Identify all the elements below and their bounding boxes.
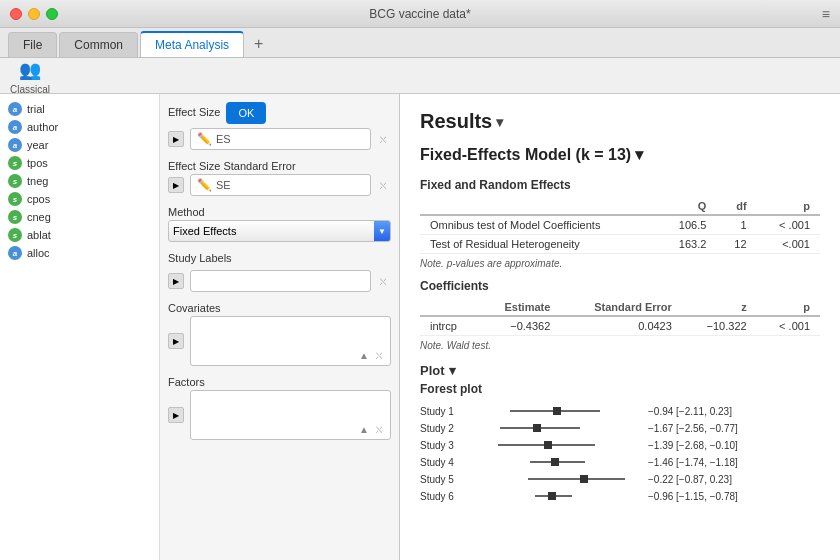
effect-size-se-field[interactable]: ✏️ SE (190, 174, 371, 196)
config-panel: Effect Size OK ▶ ✏️ ES ⛌ Effect Size St (160, 94, 399, 560)
method-value: Fixed Effects (173, 225, 236, 237)
tabbar: File Common Meta Analysis + (0, 28, 840, 58)
var-ablat-icon: s (8, 228, 22, 242)
effect-size-field[interactable]: ✏️ ES (190, 128, 371, 150)
tab-add[interactable]: + (246, 31, 271, 57)
pencil-se-icon: ✏️ (197, 178, 212, 192)
clear-se-icon[interactable]: ⛌ (377, 178, 391, 192)
forest-row-2: Study 2 −1.67 [−2.56, −0.77] (420, 421, 820, 435)
table2-col4: p (757, 299, 820, 316)
pencil-icon: ✏️ (197, 132, 212, 146)
var-cpos-label: cpos (27, 193, 50, 205)
covariates-field-row: ▶ ▲ ⛌ (168, 316, 391, 366)
method-select[interactable]: Fixed Effects ▼ (168, 220, 391, 242)
row1-label: Omnibus test of Model Coefficients (420, 215, 657, 235)
plot-arrow[interactable]: ▾ (449, 363, 456, 378)
effect-size-se-arrow[interactable]: ▶ (168, 177, 184, 193)
covariates-box[interactable]: ▲ ⛌ (190, 316, 391, 366)
table1-col2: df (716, 198, 756, 215)
var-year[interactable]: a year (0, 136, 159, 154)
tab-meta-analysis[interactable]: Meta Analysis (140, 31, 244, 57)
var-tpos-label: tpos (27, 157, 48, 169)
effect-size-se-label: Effect Size Standard Error (168, 160, 391, 172)
coefficients-table: Estimate Standard Error z p intrcp −0.43… (420, 299, 820, 336)
row2-p: <.001 (757, 235, 820, 254)
covariates-icons: ▲ ⛌ (357, 348, 387, 362)
cov-icon-1[interactable]: ▲ (357, 348, 371, 362)
effect-size-field-row: ▶ ✏️ ES ⛌ (168, 128, 391, 150)
model-title-text: Fixed-Effects Model (k = 13) (420, 146, 631, 164)
classical-icon: 👥 (14, 56, 46, 84)
var-author-label: author (27, 121, 58, 133)
table2-col0 (420, 299, 478, 316)
var-trial-icon: a (8, 102, 22, 116)
study-labels-label: Study Labels (168, 252, 232, 264)
titlebar: BCG vaccine data* ≡ (0, 0, 840, 28)
var-tneg[interactable]: s tneg (0, 172, 159, 190)
tab-common[interactable]: Common (59, 32, 138, 57)
svg-rect-3 (533, 424, 541, 432)
clear-es-icon[interactable]: ⛌ (377, 132, 391, 146)
forest-line-area-2 (480, 421, 640, 435)
ok-button[interactable]: OK (226, 102, 266, 124)
effect-size-arrow[interactable]: ▶ (168, 131, 184, 147)
table2-col3: z (682, 299, 757, 316)
clear-sl-icon[interactable]: ⛌ (377, 274, 391, 288)
plot-title: Plot ▾ (420, 363, 820, 378)
close-button[interactable] (10, 8, 22, 20)
forest-plot: Study 1 −0.94 [−2.11, 0.23] Study 2 (420, 404, 820, 503)
effect-size-value: ES (216, 133, 231, 145)
coef-p: < .001 (757, 316, 820, 336)
row2-label: Test of Residual Heterogeneity (420, 235, 657, 254)
var-cpos[interactable]: s cpos (0, 190, 159, 208)
coef-z: −10.322 (682, 316, 757, 336)
var-cpos-icon: s (8, 192, 22, 206)
table2-col1: Estimate (478, 299, 560, 316)
toolbar-classical[interactable]: 👥 Classical (10, 56, 50, 95)
fac-icon-1[interactable]: ▲ (357, 422, 371, 436)
factors-arrow[interactable]: ▶ (168, 407, 184, 423)
study-labels-field[interactable] (190, 270, 371, 292)
var-tneg-icon: s (8, 174, 22, 188)
var-author-icon: a (8, 120, 22, 134)
var-author[interactable]: a author (0, 118, 159, 136)
study-labels-section: Study Labels ▶ ⛌ (168, 252, 391, 296)
svg-rect-1 (553, 407, 561, 415)
method-label: Method (168, 206, 391, 218)
variable-list: a trial a author a year s tpos s tneg (0, 94, 160, 560)
table2-note: Note. Wald test. (420, 340, 820, 351)
fac-icon-2[interactable]: ⛌ (373, 422, 387, 436)
minimize-button[interactable] (28, 8, 40, 20)
forest-value-6: −0.96 [−1.15, −0.78] (648, 491, 738, 502)
forest-value-4: −1.46 [−1.74, −1.18] (648, 457, 738, 468)
forest-line-area-4 (480, 455, 640, 469)
row2-df: 12 (716, 235, 756, 254)
content-area: a trial a author a year s tpos s tneg (0, 94, 840, 560)
model-title-arrow[interactable]: ▾ (635, 145, 643, 164)
left-panel: a trial a author a year s tpos s tneg (0, 94, 400, 560)
plot-section: Plot ▾ Forest plot Study 1 −0.94 [−2.11,… (420, 363, 820, 503)
var-trial[interactable]: a trial (0, 100, 159, 118)
var-tpos[interactable]: s tpos (0, 154, 159, 172)
menu-icon[interactable]: ≡ (822, 6, 830, 22)
forest-value-3: −1.39 [−2.68, −0.10] (648, 440, 738, 451)
covariates-label: Covariates (168, 302, 391, 314)
covariates-arrow[interactable]: ▶ (168, 333, 184, 349)
maximize-button[interactable] (46, 8, 58, 20)
table-row: Omnibus test of Model Coefficients 106.5… (420, 215, 820, 235)
tab-file[interactable]: File (8, 32, 57, 57)
results-title-arrow[interactable]: ▾ (496, 114, 503, 130)
var-cneg-icon: s (8, 210, 22, 224)
study-labels-arrow[interactable]: ▶ (168, 273, 184, 289)
table-row: intrcp −0.4362 0.0423 −10.322 < .001 (420, 316, 820, 336)
plot-title-text: Plot (420, 363, 445, 378)
var-alloc[interactable]: a alloc (0, 244, 159, 262)
factors-box[interactable]: ▲ ⛌ (190, 390, 391, 440)
forest-value-2: −1.67 [−2.56, −0.77] (648, 423, 738, 434)
var-cneg[interactable]: s cneg (0, 208, 159, 226)
method-dropdown-arrow[interactable]: ▼ (374, 221, 390, 241)
cov-icon-2[interactable]: ⛌ (373, 348, 387, 362)
var-ablat[interactable]: s ablat (0, 226, 159, 244)
factors-field-row: ▶ ▲ ⛌ (168, 390, 391, 440)
model-title: Fixed-Effects Model (k = 13) ▾ (420, 145, 820, 164)
